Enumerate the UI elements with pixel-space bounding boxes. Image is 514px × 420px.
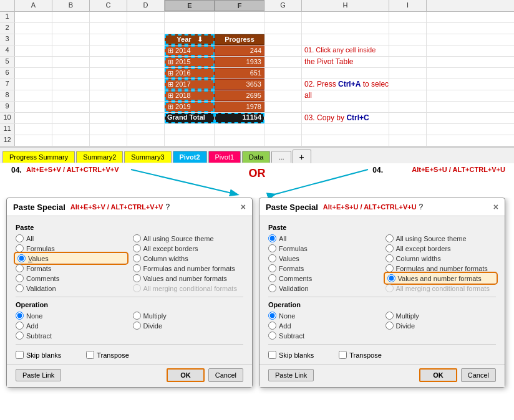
transpose-right[interactable]: Transpose [339,351,382,359]
pivot-grand-total-label: Grand Total [165,113,215,123]
paste-option-merge-right: All merging conditional formats [385,284,497,293]
col-C: C [90,0,127,11]
col-G: G [264,0,302,11]
paste-option-all-left[interactable]: All [16,234,127,243]
row-4: 4 ⊞ 2014 244 01. Click any cell inside [0,45,514,57]
dialog-right-paste-section: Paste [268,224,496,231]
row-5: 5 ⊞ 2015 1933 the Pivot Table [0,57,514,68]
sheet-tabs: Progress Summary Summary2 Summary3 Pivot… [0,147,514,163]
paste-option-validation-right[interactable]: Validation [268,284,379,293]
dialog-right-footer: Paste Link OK Cancel [259,364,505,387]
dialog-left-operation-options: None Multiply Add Divide Subtract [16,311,243,340]
transpose-left[interactable]: Transpose [86,351,129,359]
row-12: 12 [0,135,514,146]
op-none-right[interactable]: None [268,311,379,320]
dialog-left-paste-section: Paste [16,224,243,231]
dialog-right-paste-options: All All using Source theme Formulas All … [268,234,496,293]
op-multiply-right[interactable]: Multiply [385,311,497,320]
paste-option-comments-left[interactable]: Comments [16,274,127,283]
paste-option-formulas-num-left[interactable]: Formulas and number formats [133,264,244,273]
add-sheet-button[interactable]: + [293,150,311,164]
dialog-left-shortcut: Alt+E+S+V / ALT+CTRL+V+V [70,203,163,211]
paste-link-button-right[interactable]: Paste Link [268,369,314,381]
row-10: 10 Grand Total 11154 03. Copy by Ctrl+C [0,113,514,124]
ok-button-left[interactable]: OK [167,368,205,382]
col-D: D [127,0,165,11]
paste-option-source-theme-right[interactable]: All using Source theme [385,234,497,243]
step04-right-label: 04. [372,166,383,174]
paste-option-values-num-right[interactable]: Values and number formats [385,274,497,283]
dialog-right-operation-options: None Multiply Add Divide Subtract [268,311,496,340]
dialog-right-title: Paste Special [266,203,318,212]
col-F: F [215,0,264,11]
op-subtract-right[interactable]: Subtract [268,331,379,340]
paste-option-values-left[interactable]: Values [16,254,127,263]
paste-option-validation-left[interactable]: Validation [16,284,127,293]
cancel-button-right[interactable]: Cancel [461,368,496,382]
paste-option-formulas-left[interactable]: Formulas [16,244,127,253]
row-3: 3 Year ⬇ Progress [0,34,514,45]
step04-left-label: 04. [11,166,22,174]
paste-option-col-widths-left[interactable]: Column widths [133,254,244,263]
corner-cell [0,0,15,11]
tab-pivot2[interactable]: Pivot2 [173,151,207,163]
paste-option-col-widths-right[interactable]: Column widths [385,254,497,263]
skip-blanks-right[interactable]: Skip blanks [268,351,314,359]
cancel-button-left[interactable]: Cancel [208,368,243,382]
dialog-left-title: Paste Special [13,203,65,212]
row-9: 9 ⊞ 2019 1978 [0,102,514,113]
op-subtract-left[interactable]: Subtract [16,331,127,340]
paste-option-source-theme-left[interactable]: All using Source theme [133,234,244,243]
row-8: 8 ⊞ 2018 2695 all [0,90,514,102]
tab-progress-summary[interactable]: Progress Summary [2,151,75,163]
paste-option-formats-right[interactable]: Formats [268,264,379,273]
dialog-left-titlebar: Paste Special Alt+E+S+V / ALT+CTRL+V+V ?… [7,198,252,216]
tab-summary3[interactable]: Summary3 [124,151,171,163]
ok-button-right[interactable]: OK [419,368,457,382]
dialog-left-close-button[interactable]: × [241,202,246,212]
tab-more[interactable]: ... [271,151,291,163]
dialog-left-paste-options: All All using Source theme Formulas All … [16,234,243,293]
row-11: 11 [0,124,514,135]
paste-special-dialog-left: Paste Special Alt+E+S+V / ALT+CTRL+V+V ?… [6,198,253,388]
tab-summary2[interactable]: Summary2 [76,151,123,163]
op-add-left[interactable]: Add [16,321,127,330]
op-add-right[interactable]: Add [268,321,379,330]
paste-option-formulas-right[interactable]: Formulas [268,244,379,253]
col-I: I [389,0,427,11]
op-none-left[interactable]: None [16,311,127,320]
or-label: OR [249,167,266,180]
paste-link-button-left[interactable]: Paste Link [16,369,61,381]
paste-option-values-num-left[interactable]: Values and number formats [133,274,244,283]
tab-pivot1[interactable]: Pivot1 [208,151,241,163]
paste-option-formulas-num-right[interactable]: Formulas and number formats [385,264,497,273]
dialog-right-close-button[interactable]: × [493,202,498,212]
paste-option-except-borders-right[interactable]: All except borders [385,244,497,253]
dialog-right-help[interactable]: ? [419,203,424,211]
dialog-left-footer: Paste Link OK Cancel [7,364,252,387]
skip-blanks-left[interactable]: Skip blanks [16,351,61,359]
paste-option-merge-left: All merging conditional formats [133,284,244,293]
shortcut-left-label: Alt+E+S+V / ALT+CTRL+V+V [26,166,119,173]
row-6: 6 ⊞ 2016 651 [0,68,514,79]
paste-option-comments-right[interactable]: Comments [268,274,379,283]
dialog-left-help[interactable]: ? [165,203,170,211]
dialog-right-shortcut: Alt+E+S+U / ALT+CTRL+V+U [323,203,417,211]
op-divide-right[interactable]: Divide [385,321,497,330]
row-2: 2 [0,23,514,34]
col-B: B [52,0,90,11]
pivot-year-header: Year ⬇ [165,34,215,45]
shortcut-right-label: Alt+E+S+U / ALT+CTRL+V+U [412,166,505,173]
dialog-right-titlebar: Paste Special Alt+E+S+U / ALT+CTRL+V+U ?… [259,198,505,216]
col-A: A [15,0,52,11]
paste-option-values-right[interactable]: Values [268,254,379,263]
col-headers: A B C D E F G H I [0,0,514,12]
pivot-progress-header: Progress [215,34,264,45]
paste-option-all-right[interactable]: All [268,234,379,243]
op-multiply-left[interactable]: Multiply [133,311,244,320]
tab-data[interactable]: Data [242,151,270,163]
op-divide-left[interactable]: Divide [133,321,244,330]
paste-special-dialog-right: Paste Special Alt+E+S+U / ALT+CTRL+V+U ?… [259,198,505,388]
paste-option-except-borders-left[interactable]: All except borders [133,244,244,253]
paste-option-formats-left[interactable]: Formats [16,264,127,273]
